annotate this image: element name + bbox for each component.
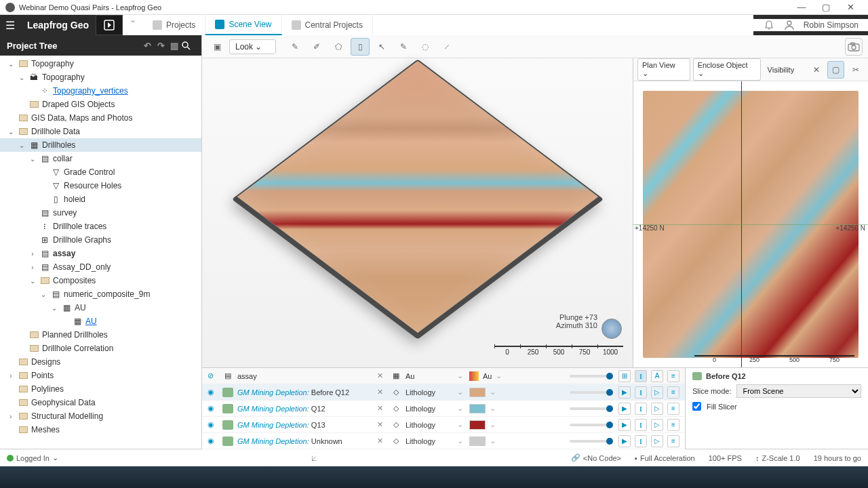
- play-icon[interactable]: ▶: [618, 403, 631, 415]
- close-icon[interactable]: ✕: [377, 420, 387, 429]
- forward-icon[interactable]: ▷: [651, 386, 663, 399]
- tree-drillholes[interactable]: ⌄▦Drillholes: [0, 138, 201, 152]
- chevron-down-icon[interactable]: ⌄: [490, 388, 498, 396]
- play-icon[interactable]: ▶: [618, 435, 631, 447]
- pointer-tool-icon[interactable]: ↖: [372, 38, 391, 56]
- play-button[interactable]: [96, 15, 123, 35]
- tree-graphs[interactable]: ⊞Drillhole Graphs: [0, 233, 201, 247]
- tree-numeric-composite[interactable]: ⌄▤numeric_composite_9m: [0, 287, 201, 301]
- close-icon[interactable]: ✕: [377, 371, 387, 380]
- tab-projects[interactable]: Projects: [143, 15, 205, 35]
- slice-tool-icon[interactable]: ✕: [808, 61, 825, 79]
- draw-tool-icon[interactable]: ✎: [285, 38, 304, 56]
- tree-topography-mesh[interactable]: ⌄🏔Topography: [0, 70, 201, 84]
- notifications-icon[interactable]: [763, 19, 775, 31]
- chevron-down-icon[interactable]: ⌄: [490, 404, 498, 413]
- tree-topo-vertices[interactable]: ⁘Topography_vertices: [0, 84, 201, 98]
- eye-icon[interactable]: ◉: [208, 420, 218, 429]
- hist-icon[interactable]: ⊞: [618, 370, 631, 382]
- chevron-down-icon[interactable]: ⌄: [457, 436, 465, 445]
- tree-structural[interactable]: ›Structural Modelling: [0, 409, 201, 423]
- undo-icon[interactable]: ↶: [140, 41, 154, 51]
- tabs-dropdown-icon[interactable]: ⌄: [123, 15, 143, 35]
- eye-icon[interactable]: ◉: [208, 404, 218, 413]
- step-icon[interactable]: ⫿: [635, 386, 647, 399]
- 3d-viewport[interactable]: Plunge +73 Azimuth 310 0 250 500 750 100…: [202, 58, 633, 367]
- tree-designs[interactable]: Designs: [0, 355, 201, 369]
- tree-grade-control[interactable]: ▽Grade Control: [0, 165, 201, 179]
- no-code-status[interactable]: 🔗 <No Code>: [571, 453, 621, 462]
- slice-mode-select[interactable]: From Scene: [736, 384, 861, 398]
- play-icon[interactable]: ▶: [618, 386, 631, 399]
- tree-planned-drillholes[interactable]: Planned Drillholes: [0, 328, 201, 342]
- close-icon[interactable]: ✕: [377, 404, 387, 413]
- forward-icon[interactable]: ▷: [651, 419, 663, 431]
- close-button[interactable]: ✕: [838, 2, 863, 12]
- chevron-down-icon[interactable]: ⌄: [457, 388, 465, 396]
- scene-row[interactable]: ◉ GM Mining Depletion: Q13 ✕ ◇ Lithology…: [202, 417, 685, 433]
- search-icon[interactable]: [181, 41, 195, 50]
- chevron-down-icon[interactable]: ⌄: [457, 420, 465, 429]
- windows-taskbar[interactable]: [0, 466, 868, 488]
- tree-topography[interactable]: ⌄Topography: [0, 57, 201, 70]
- step-icon[interactable]: ⫿: [635, 435, 647, 447]
- eye-icon[interactable]: ◉: [208, 388, 218, 396]
- axes-toggle[interactable]: ⟀: [312, 454, 317, 462]
- select-tool-icon[interactable]: ▯: [351, 38, 370, 56]
- color-swatch[interactable]: [469, 420, 486, 430]
- tab-central-projects[interactable]: Central Projects: [282, 15, 373, 35]
- minimap-viewport[interactable]: +14250 N +14250 N 0 250 500 750: [633, 81, 868, 367]
- redo-icon[interactable]: ↷: [154, 41, 167, 51]
- user-icon[interactable]: [783, 19, 795, 31]
- lithology-dropdown[interactable]: Lithology: [406, 388, 453, 396]
- chevron-down-icon[interactable]: ⌄: [457, 404, 465, 413]
- text-icon[interactable]: A: [651, 370, 663, 382]
- tree-traces[interactable]: ⫶Drillhole traces: [0, 220, 201, 233]
- opacity-slider[interactable]: [570, 391, 610, 394]
- lasso-tool-icon[interactable]: ◌: [416, 38, 435, 56]
- chevron-down-icon[interactable]: ⌄: [457, 371, 465, 380]
- list-icon[interactable]: ≡: [667, 403, 679, 415]
- list-icon[interactable]: ≡: [667, 370, 679, 382]
- compass-icon[interactable]: [601, 319, 622, 339]
- tree-draped-gis[interactable]: Draped GIS Objects: [0, 98, 201, 111]
- list-icon[interactable]: ≡: [667, 386, 679, 399]
- ruler-tool-icon[interactable]: ⟋: [437, 38, 456, 56]
- color-swatch[interactable]: [469, 404, 486, 413]
- tree-drillhole-correlation[interactable]: Drillhole Correlation: [0, 342, 201, 355]
- clip-tool-icon[interactable]: ✂: [847, 61, 864, 79]
- play-icon[interactable]: ▶: [618, 419, 631, 431]
- tree-assay[interactable]: ›▤assay: [0, 247, 201, 260]
- close-icon[interactable]: ✕: [377, 436, 387, 445]
- bounds-tool-icon[interactable]: ▢: [827, 61, 844, 79]
- opacity-slider[interactable]: [570, 375, 610, 378]
- opacity-slider[interactable]: [570, 407, 610, 410]
- tab-scene-view[interactable]: Scene View: [205, 15, 281, 35]
- plan-view-dropdown[interactable]: Plan View ⌄: [637, 58, 690, 81]
- maximize-button[interactable]: ▢: [814, 2, 838, 12]
- tree-assay-dd[interactable]: ›▤Assay_DD_only: [0, 260, 201, 274]
- minimize-button[interactable]: —: [789, 2, 814, 12]
- filter-au1[interactable]: Au: [406, 372, 453, 380]
- tree-survey[interactable]: ▤survey: [0, 206, 201, 220]
- filter-au2[interactable]: Au: [483, 372, 492, 380]
- eye-icon[interactable]: ⊘: [208, 371, 218, 380]
- scene-row[interactable]: ◉ GM Mining Depletion: Before Q12 ✕ ◇ Li…: [202, 384, 685, 401]
- stats-icon[interactable]: ⫿: [635, 370, 647, 382]
- tree-au[interactable]: ⌄▦AU: [0, 301, 201, 314]
- tree-points[interactable]: ›Points: [0, 369, 201, 382]
- tree-holeid[interactable]: ▯holeid: [0, 192, 201, 206]
- tree-gis-data[interactable]: GIS Data, Maps and Photos: [0, 111, 201, 125]
- visibility-button[interactable]: Visibility: [764, 64, 806, 76]
- list-icon[interactable]: ≡: [667, 435, 679, 447]
- tree-meshes[interactable]: Meshes: [0, 423, 201, 436]
- look-dropdown[interactable]: Look ⌄: [229, 39, 276, 54]
- tree-resource-holes[interactable]: ▽Resource Holes: [0, 179, 201, 192]
- chevron-down-icon[interactable]: ⌄: [490, 420, 498, 429]
- tree-collar[interactable]: ⌄▤collar: [0, 152, 201, 165]
- tree-composites[interactable]: ⌄Composites: [0, 274, 201, 287]
- chevron-down-icon[interactable]: ⌄: [496, 371, 504, 380]
- camera-icon[interactable]: [845, 38, 863, 56]
- color-swatch[interactable]: [469, 388, 486, 397]
- lithology-dropdown[interactable]: Lithology: [406, 421, 453, 429]
